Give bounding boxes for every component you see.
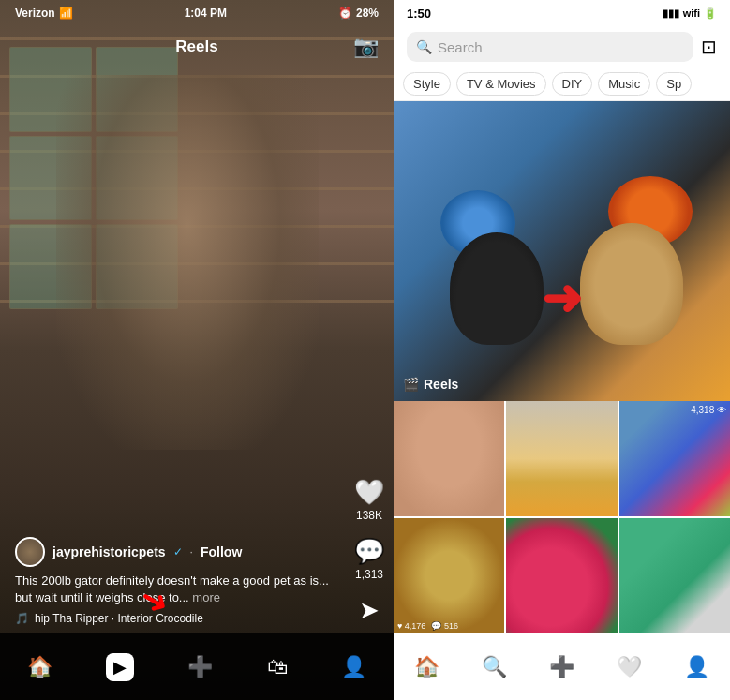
verified-icon: ✓ xyxy=(173,545,183,559)
nav-home-right[interactable]: 🏠 xyxy=(414,655,439,679)
battery-pct: 28% xyxy=(356,7,379,20)
reels-title: Reels xyxy=(175,37,217,56)
heart-icon: 🤍 xyxy=(354,478,384,507)
tab-tv-movies[interactable]: TV & Movies xyxy=(456,72,546,96)
share-button[interactable]: ➤ xyxy=(359,596,380,625)
likes-count: 138K xyxy=(356,509,382,522)
thumb-flowers[interactable] xyxy=(506,518,617,633)
add-icon: ➕ xyxy=(187,655,213,679)
thumb-field-person[interactable] xyxy=(506,401,617,516)
thumb-colorful[interactable]: 4,318 👁 xyxy=(619,401,730,516)
camera-icon-right[interactable]: ⊡ xyxy=(701,36,717,58)
nav-add-right[interactable]: ➕ xyxy=(549,655,574,679)
tab-diy[interactable]: DIY xyxy=(552,72,593,96)
flatbread-comments: 💬 516 xyxy=(431,621,458,631)
comments-count: 1,313 xyxy=(355,568,383,581)
status-bar-right: 1:50 ▮▮▮ wifi 🔋 xyxy=(394,0,730,26)
like-button[interactable]: 🤍 138K xyxy=(354,478,384,522)
thumb-nurses[interactable] xyxy=(619,518,730,633)
left-panel: Verizon 📶 1:04 PM ⏰ 28% Reels 📷 🤍 138K 💬… xyxy=(0,0,394,700)
bottom-nav-right: 🏠 🔍 ➕ 🤍 👤 xyxy=(394,633,730,700)
user-row: jayprehistoricpets ✓ · Follow xyxy=(15,537,337,567)
reels-video-label: 🎬 Reels xyxy=(403,377,458,392)
music-icon: 🎵 xyxy=(15,612,29,625)
video-caption: This 200lb gator definitely doesn't make… xyxy=(15,573,337,606)
camera-icon[interactable]: 📷 xyxy=(353,35,379,59)
heart-nav-icon: 🤍 xyxy=(617,655,642,679)
flowers-image xyxy=(506,518,617,633)
flatbread-likes: ♥ 4,176 xyxy=(397,621,425,631)
time-left: 1:04 PM xyxy=(185,7,227,20)
thumb-crying-person[interactable] xyxy=(394,401,504,516)
wifi-icon-right: wifi xyxy=(683,7,700,19)
overlay-stats-3: 4,318 👁 xyxy=(691,405,726,415)
thumbnail-grid: 4,318 👁 ♥ 4,176 💬 516 xyxy=(394,401,730,633)
video-info: jayprehistoricpets ✓ · Follow This 200lb… xyxy=(15,537,337,625)
home-icon-right: 🏠 xyxy=(414,655,439,679)
featured-bg xyxy=(394,101,730,401)
alarm-icon: ⏰ xyxy=(338,7,352,20)
search-placeholder: Search xyxy=(438,39,483,55)
search-magnify-icon: 🔍 xyxy=(416,39,432,54)
gator-person-scene xyxy=(56,75,319,450)
field-scene xyxy=(506,401,617,516)
carrier-info: Verizon 📶 xyxy=(15,7,73,20)
tab-style[interactable]: Style xyxy=(403,72,451,96)
featured-video[interactable]: ➜ 🎬 Reels xyxy=(394,101,730,401)
nav-search-right[interactable]: 🔍 xyxy=(482,655,507,679)
profile-icon-right: 👤 xyxy=(684,655,709,679)
search-bar: 🔍 Search ⊡ xyxy=(394,26,730,67)
dog-left-body xyxy=(450,232,544,345)
status-icons-right: ▮▮▮ wifi 🔋 xyxy=(663,7,717,20)
share-icon: ➤ xyxy=(359,596,380,625)
wifi-icon: 📶 xyxy=(59,7,73,20)
status-bar-left: Verizon 📶 1:04 PM ⏰ 28% xyxy=(0,0,394,26)
home-icon: 🏠 xyxy=(27,655,52,679)
thumb-overlay-3: 4,318 👁 xyxy=(691,405,726,415)
profile-icon: 👤 xyxy=(341,655,366,679)
nav-shop-left[interactable]: 🛍 xyxy=(267,655,288,679)
nav-reels-left[interactable]: ▶ xyxy=(106,653,134,681)
nav-profile-left[interactable]: 👤 xyxy=(341,655,366,679)
nav-heart-right[interactable]: 🤍 xyxy=(617,655,642,679)
music-info: 🎵 hip Tha Ripper · Interior Crocodile xyxy=(15,612,337,625)
nav-profile-right[interactable]: 👤 xyxy=(684,655,709,679)
add-icon-right: ➕ xyxy=(549,655,574,679)
reels-icon: ▶ xyxy=(106,653,134,681)
dog-right-body xyxy=(580,223,683,345)
flatbread-image xyxy=(394,518,504,633)
username[interactable]: jayprehistoricpets xyxy=(52,544,166,559)
bottom-nav-left: 🏠 ▶ ➕ 🛍 👤 xyxy=(0,633,394,700)
comment-button[interactable]: 💬 1,313 xyxy=(354,537,384,581)
tab-sports[interactable]: Sp xyxy=(656,72,692,96)
header-left: Reels 📷 xyxy=(0,26,394,67)
thumb-flatbread[interactable]: ♥ 4,176 💬 516 xyxy=(394,518,504,633)
music-text: hip Tha Ripper · Interior Crocodile xyxy=(35,612,203,625)
nav-home-left[interactable]: 🏠 xyxy=(27,655,52,679)
flatbread-stats: ♥ 4,176 💬 516 xyxy=(397,621,458,631)
nurses-image xyxy=(619,518,730,633)
carrier-name: Verizon xyxy=(15,7,55,20)
battery-info: ⏰ 28% xyxy=(338,7,379,20)
signal-icon: ▮▮▮ xyxy=(663,7,679,20)
search-nav-icon: 🔍 xyxy=(482,655,507,679)
shop-icon: 🛍 xyxy=(267,655,288,679)
search-input-container[interactable]: 🔍 Search xyxy=(407,32,693,62)
separator: · xyxy=(190,545,193,559)
annotation-arrow-right: ➜ xyxy=(542,270,583,326)
nav-add-left[interactable]: ➕ xyxy=(187,655,213,679)
video-actions: 🤍 138K 💬 1,313 ➤ xyxy=(354,478,384,625)
tab-music[interactable]: Music xyxy=(598,72,650,96)
battery-icon-right: 🔋 xyxy=(704,7,717,20)
crying-face xyxy=(394,401,504,516)
time-right: 1:50 xyxy=(407,7,431,21)
comment-icon: 💬 xyxy=(354,537,384,566)
follow-button[interactable]: Follow xyxy=(201,544,242,559)
category-tabs: Style TV & Movies DIY Music Sp xyxy=(394,67,730,101)
more-link[interactable]: more xyxy=(192,590,220,604)
right-panel: 1:50 ▮▮▮ wifi 🔋 🔍 Search ⊡ Style TV & Mo… xyxy=(394,0,730,700)
avatar xyxy=(15,537,45,567)
reels-clapperboard-icon: 🎬 xyxy=(403,377,419,392)
